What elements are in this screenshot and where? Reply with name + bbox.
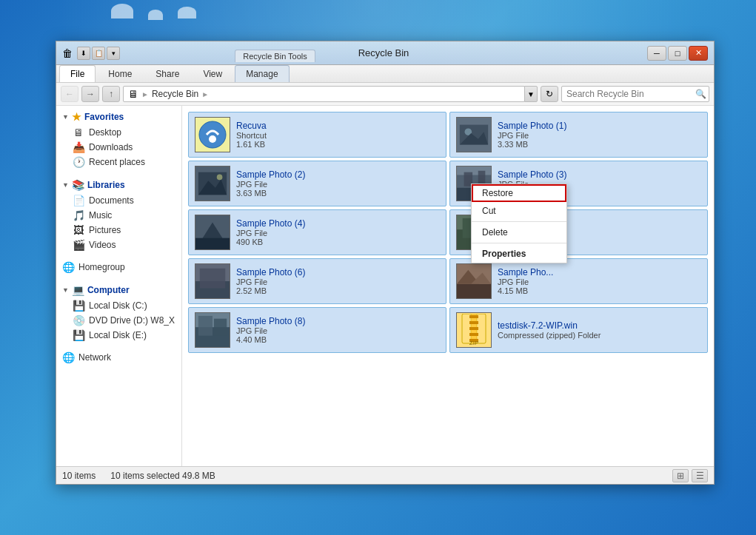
favorites-section: ▼ ★ Favorites 🖥 Desktop 📥 Downloads 🕐 Re…	[56, 109, 181, 169]
recuva-name: Recuva	[236, 121, 440, 131]
photo6-info: Sample Photo (6) JPG File 2.52 MB	[236, 267, 440, 295]
forward-button[interactable]: →	[81, 86, 99, 102]
homegroup-label: Homegroup	[78, 262, 125, 272]
svg-rect-31	[214, 319, 227, 336]
sidebar-item-downloads[interactable]: 📥 Downloads	[56, 140, 181, 155]
selected-info: 10 items selected 49.8 MB	[110, 471, 215, 481]
photo1-thumbnail	[456, 117, 492, 152]
libraries-arrow: ▼	[62, 181, 69, 189]
recuva-thumbnail	[195, 117, 230, 152]
recent-icon: 🕐	[73, 156, 84, 168]
recent-label: Recent places	[89, 157, 145, 167]
ctx-properties[interactable]: Properties	[472, 245, 566, 263]
photo4-thumbnail	[195, 215, 230, 250]
file-item-photo8[interactable]: Sample Photo (8) JPG File 4.40 MB	[188, 307, 446, 353]
sidebar-item-pictures[interactable]: 🖼 Pictures	[56, 223, 181, 238]
computer-section: ▼ 💻 Computer 💾 Local Disk (C:) 💿 DVD Dri…	[56, 282, 181, 343]
file-area: Recuva Shortcut 1.61 KB	[182, 106, 714, 466]
window-controls: ─ □ ✕	[647, 46, 708, 61]
search-input[interactable]	[562, 89, 692, 99]
ctx-cut[interactable]: Cut	[472, 202, 566, 220]
sidebar-item-documents[interactable]: 📄 Documents	[56, 193, 181, 208]
details-view-button[interactable]: ☰	[692, 469, 708, 482]
path-icon: 🖥	[128, 88, 138, 100]
local-c-icon: 💾	[73, 300, 84, 312]
sidebar-item-local-c[interactable]: 💾 Local Disk (C:)	[56, 298, 181, 313]
sidebar-libraries-header[interactable]: ▼ 📚 Libraries	[56, 177, 181, 193]
refresh-button[interactable]: ↻	[541, 86, 558, 102]
photo6-name: Sample Photo (6)	[236, 267, 440, 277]
photo6-thumbnail	[195, 263, 230, 299]
photo4-size: 490 KB	[236, 238, 440, 246]
quick-access-buttons: ⬇ 📋 ▾	[77, 47, 120, 60]
file-item-zip[interactable]: ZIP testdisk-7.2-WIP.win Compressed (zip…	[449, 307, 708, 353]
sidebar-item-recent[interactable]: 🕐 Recent places	[56, 155, 181, 169]
sidebar-item-network[interactable]: 🌐 Network	[56, 350, 181, 365]
tab-home[interactable]: Home	[97, 65, 143, 82]
back-button[interactable]: ←	[61, 86, 78, 102]
svg-rect-36	[469, 327, 478, 330]
close-button[interactable]: ✕	[689, 46, 708, 61]
status-left: 10 items 10 items selected 49.8 MB	[62, 471, 215, 481]
sidebar-item-videos[interactable]: 🎬 Videos	[56, 238, 181, 252]
address-dropdown[interactable]: ▼	[524, 86, 538, 102]
documents-label: Documents	[89, 195, 134, 206]
photo8-info: Sample Photo (8) JPG File 4.40 MB	[236, 316, 440, 344]
tab-manage[interactable]: Manage	[235, 65, 289, 82]
file-item-photo2[interactable]: Sample Photo (2) JPG File 3.63 MB	[188, 161, 446, 206]
photo6-type: JPG File	[236, 277, 440, 286]
maximize-button[interactable]: □	[668, 46, 687, 61]
svg-rect-37	[469, 333, 478, 336]
title-bar: 🗑 ⬇ 📋 ▾ Recycle Bin ─ □ ✕	[56, 41, 714, 65]
recuva-size: 1.61 KB	[236, 140, 440, 149]
tab-share[interactable]: Share	[144, 65, 190, 82]
zip-name: testdisk-7.2-WIP.win	[498, 320, 701, 331]
sidebar-item-desktop[interactable]: 🖥 Desktop	[56, 125, 181, 140]
file-item-photo7[interactable]: Sample Pho... JPG File 4.15 MB	[449, 258, 708, 304]
sidebar-item-dvd[interactable]: 💿 DVD Drive (D:) W8_X	[56, 313, 181, 328]
photo8-type: JPG File	[236, 326, 440, 335]
svg-rect-35	[469, 321, 478, 324]
photo1-name: Sample Photo (1)	[498, 121, 701, 131]
zip-type: Compressed (zipped) Folder	[498, 331, 701, 340]
photo7-size: 4.15 MB	[498, 286, 701, 295]
quick-access-expand[interactable]: ▾	[107, 47, 120, 60]
file-item-photo4[interactable]: Sample Photo (4) JPG File 490 KB	[188, 209, 446, 255]
quick-access-btn-1[interactable]: ⬇	[77, 47, 90, 60]
videos-icon: 🎬	[73, 239, 84, 251]
ctx-separator	[472, 221, 566, 222]
tab-view[interactable]: View	[192, 65, 233, 82]
quick-access-btn-2[interactable]: 📋	[92, 47, 105, 60]
search-box: 🔍	[561, 86, 709, 102]
file-item-photo6[interactable]: Sample Photo (6) JPG File 2.52 MB	[188, 258, 446, 304]
minimize-button[interactable]: ─	[647, 46, 666, 61]
computer-icon: 💻	[72, 284, 84, 296]
ctx-delete[interactable]: Delete	[472, 223, 566, 241]
address-path[interactable]: 🖥 ► Recycle Bin ►	[123, 86, 525, 102]
sidebar-item-local-e[interactable]: 💾 Local Disk (E:)	[56, 328, 181, 343]
svg-point-1	[209, 135, 216, 143]
local-e-icon: 💾	[73, 329, 84, 341]
sidebar: ▼ ★ Favorites 🖥 Desktop 📥 Downloads 🕐 Re…	[56, 106, 182, 466]
ctx-restore[interactable]: Restore	[472, 184, 566, 202]
dvd-label: DVD Drive (D:) W8_X	[89, 315, 175, 326]
up-button[interactable]: ↑	[102, 86, 120, 102]
window-title: Recycle Bin	[120, 47, 647, 58]
path-separator-1: ►	[141, 90, 149, 98]
sidebar-computer-header[interactable]: ▼ 💻 Computer	[56, 282, 181, 298]
photo3-name: Sample Photo (3)	[498, 169, 701, 180]
search-icon[interactable]: 🔍	[692, 86, 709, 102]
photo7-thumbnail	[456, 263, 492, 299]
tab-file[interactable]: File	[59, 65, 96, 82]
sidebar-item-homegroup[interactable]: 🌐 Homegroup	[56, 260, 181, 275]
sidebar-item-music[interactable]: 🎵 Music	[56, 208, 181, 223]
pictures-icon: 🖼	[73, 224, 84, 236]
sidebar-favorites-header[interactable]: ▼ ★ Favorites	[56, 109, 181, 125]
main-content: ▼ ★ Favorites 🖥 Desktop 📥 Downloads 🕐 Re…	[56, 106, 714, 466]
file-item-recuva[interactable]: Recuva Shortcut 1.61 KB	[188, 112, 446, 158]
path-separator-2: ►	[201, 90, 209, 98]
large-icons-view-button[interactable]: ⊞	[672, 469, 689, 482]
downloads-icon: 📥	[73, 141, 84, 153]
svg-text:ZIP: ZIP	[469, 340, 478, 346]
file-item-photo1[interactable]: Sample Photo (1) JPG File 3.33 MB	[449, 112, 708, 158]
